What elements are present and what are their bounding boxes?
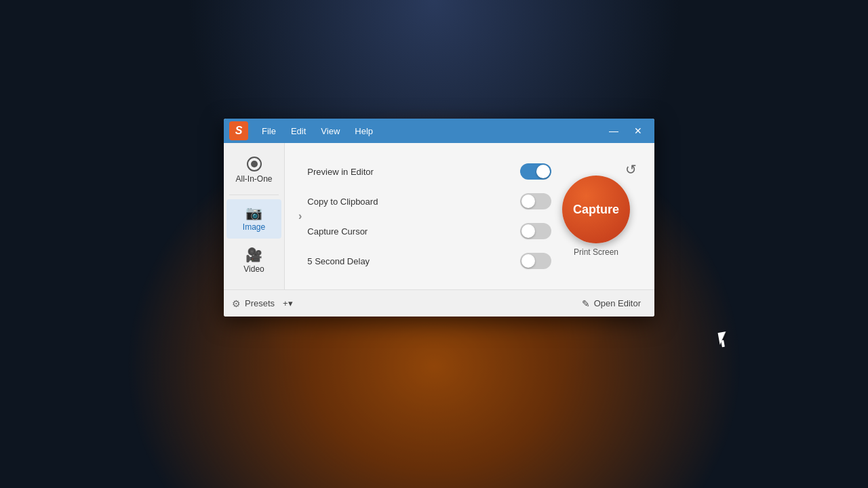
- snagit-window: S File Edit View Help — ✕ All-In-One: [224, 119, 654, 317]
- sidebar-label-video: Video: [243, 264, 264, 274]
- sidebar-item-all-in-one[interactable]: All-In-One: [226, 150, 281, 190]
- expand-chevron[interactable]: ›: [298, 159, 302, 273]
- sidebar-item-video[interactable]: 🎥 Video: [226, 241, 281, 281]
- toggle-knob-copy-to-clipboard: [521, 195, 535, 208]
- option-label-5-second-delay: 5 Second Delay: [307, 256, 370, 266]
- sidebar: All-In-One 📷 Image 🎥 Video: [224, 143, 285, 289]
- add-preset-button[interactable]: +▾: [279, 297, 297, 310]
- capture-shortcut-label: Print Screen: [574, 247, 618, 257]
- capture-button[interactable]: Capture: [562, 176, 630, 243]
- toggle-knob-capture-cursor: [521, 224, 535, 238]
- option-label-capture-cursor: Capture Cursor: [307, 226, 368, 237]
- menu-file[interactable]: File: [255, 123, 283, 139]
- reset-button[interactable]: ↺: [620, 159, 641, 180]
- open-editor-button[interactable]: ✎ Open Editor: [576, 296, 646, 312]
- option-row-capture-cursor: Capture Cursor: [307, 219, 551, 243]
- toggle-preview-in-editor[interactable]: [520, 163, 551, 180]
- open-editor-icon: ✎: [582, 298, 590, 309]
- menu-edit[interactable]: Edit: [284, 123, 313, 139]
- all-in-one-icon: [247, 157, 262, 171]
- title-bar: S File Edit View Help — ✕: [224, 119, 654, 143]
- option-label-preview-in-editor: Preview in Editor: [307, 167, 374, 177]
- toggle-knob-preview-in-editor: [536, 165, 550, 178]
- open-editor-label: Open Editor: [594, 298, 641, 308]
- image-icon: 📷: [245, 206, 262, 220]
- sidebar-label-image: Image: [243, 222, 265, 232]
- gear-icon: ⚙: [232, 298, 241, 309]
- sidebar-label-all-in-one: All-In-One: [235, 174, 272, 184]
- option-row-copy-to-clipboard: Copy to Clipboard: [307, 189, 551, 214]
- toggle-knob-5-second-delay: [521, 254, 535, 268]
- window-controls: — ✕: [603, 123, 649, 139]
- menu-bar: File Edit View Help: [255, 123, 600, 139]
- menu-view[interactable]: View: [314, 123, 347, 139]
- close-button[interactable]: ✕: [627, 123, 649, 139]
- bottom-bar: ⚙ Presets +▾ ✎ Open Editor: [224, 289, 654, 317]
- option-row-preview-in-editor: Preview in Editor: [307, 159, 551, 184]
- option-row-5-second-delay: 5 Second Delay: [307, 249, 551, 273]
- toggle-5-second-delay[interactable]: [520, 253, 551, 269]
- app-logo: S: [229, 121, 248, 140]
- options-column: Preview in Editor Copy to Clipboard: [307, 159, 551, 273]
- menu-help[interactable]: Help: [348, 123, 380, 139]
- sidebar-divider: [229, 195, 279, 195]
- toggle-copy-to-clipboard[interactable]: [520, 193, 551, 209]
- main-content: › Preview in Editor Copy to Cl: [285, 143, 654, 289]
- window-body: All-In-One 📷 Image 🎥 Video: [224, 143, 654, 289]
- minimize-button[interactable]: —: [603, 123, 625, 139]
- sidebar-item-image[interactable]: 📷 Image: [226, 199, 281, 239]
- video-icon: 🎥: [245, 248, 262, 262]
- option-label-copy-to-clipboard: Copy to Clipboard: [307, 197, 378, 207]
- capture-area: ↺ Capture Print Screen: [551, 159, 641, 273]
- presets-label[interactable]: Presets: [245, 298, 275, 308]
- content-row: › Preview in Editor Copy to Cl: [298, 154, 641, 279]
- toggle-capture-cursor[interactable]: [520, 223, 551, 239]
- presets-area: ⚙ Presets +▾: [232, 297, 297, 310]
